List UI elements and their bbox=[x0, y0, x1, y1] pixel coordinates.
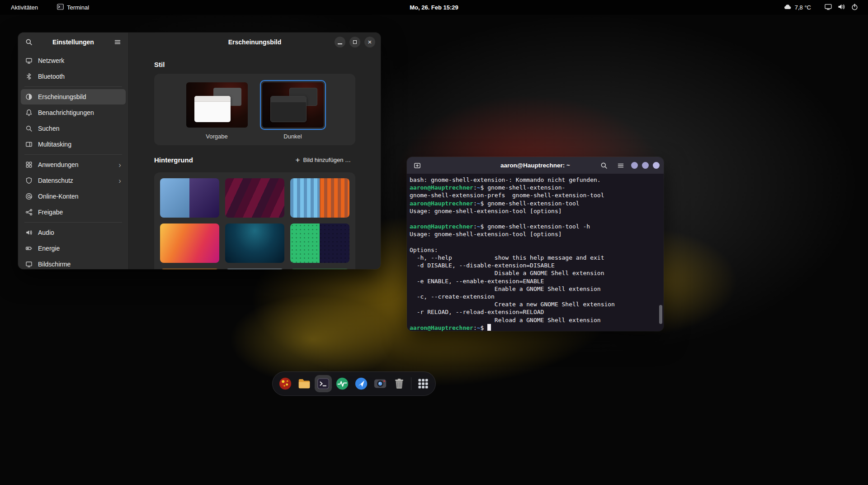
network-icon bbox=[25, 57, 33, 64]
camera-icon bbox=[373, 376, 387, 391]
terminal-window: aaron@Hauptrechner: ~ bash: gnome-shell-… bbox=[407, 157, 664, 331]
terminal-line: Create a new GNOME Shell extension bbox=[410, 300, 661, 308]
sidebar-item-appearance[interactable]: Erscheinungsbild bbox=[21, 89, 126, 105]
sidebar-item-multitasking[interactable]: Multitasking bbox=[21, 137, 126, 152]
wallpaper-thumb-5[interactable] bbox=[225, 223, 284, 263]
weather-indicator[interactable]: 7,8 °C bbox=[780, 2, 815, 13]
wallpaper-grid bbox=[160, 178, 349, 269]
dock-separator bbox=[411, 377, 411, 390]
style-option-vorgabe[interactable]: Vorgabe bbox=[184, 80, 250, 140]
wallpaper-thumb-4[interactable] bbox=[160, 223, 219, 263]
chevron-right-icon: › bbox=[118, 161, 121, 169]
wallpaper-card bbox=[154, 172, 355, 269]
online-icon bbox=[25, 193, 33, 200]
style-section-title: Stil bbox=[154, 61, 355, 68]
system-menu[interactable] bbox=[821, 2, 862, 13]
wallpaper-thumb-6[interactable] bbox=[290, 223, 349, 263]
cloud-icon bbox=[784, 4, 792, 11]
dock-app-files[interactable] bbox=[296, 375, 313, 392]
dock-app-terminal[interactable] bbox=[315, 375, 332, 392]
settings-sidebar: Einstellungen NetzwerkBluetoothErscheinu… bbox=[18, 33, 129, 269]
bluetooth-icon bbox=[25, 73, 33, 80]
dock-app-system-monitor[interactable] bbox=[334, 375, 351, 392]
settings-title: Einstellungen bbox=[37, 38, 109, 46]
clock[interactable]: Mo, 26. Feb 15:29 bbox=[406, 2, 462, 13]
dock-app-software[interactable] bbox=[353, 375, 370, 392]
apps-icon bbox=[25, 161, 33, 168]
terminal-line: -d DISABLE, --disable-extension=DISABLE bbox=[410, 262, 661, 269]
sidebar-item-bell[interactable]: Benachrichtigungen bbox=[21, 105, 126, 120]
terminal-line: -r RELOAD, --reload-extension=RELOAD bbox=[410, 308, 661, 316]
minimize-icon bbox=[338, 43, 342, 44]
terminal-line: Usage: gnome-shell-extension-tool [optio… bbox=[410, 207, 661, 215]
sidebar-item-network[interactable]: Netzwerk bbox=[21, 53, 126, 68]
terminal-close-button[interactable] bbox=[653, 162, 660, 169]
sidebar-separator bbox=[24, 154, 122, 155]
sidebar-item-power[interactable]: Energie bbox=[21, 241, 126, 256]
terminal-line: aaron@Hauptrechner:~$ bbox=[410, 324, 661, 331]
app-grid-icon bbox=[416, 377, 430, 390]
wallpaper-thumb-7[interactable] bbox=[160, 269, 219, 269]
sidebar-separator bbox=[24, 222, 122, 223]
wallpaper-thumb-8[interactable] bbox=[225, 269, 284, 269]
sidebar-item-label: Datenschutz bbox=[38, 177, 73, 184]
wallpaper-thumb-1[interactable] bbox=[160, 178, 219, 218]
sidebar-item-label: Erscheinungsbild bbox=[38, 93, 86, 100]
terminal-output[interactable]: bash: gnome-shell-extension-: Kommando n… bbox=[407, 174, 664, 331]
focused-app-indicator[interactable]: Terminal bbox=[53, 2, 93, 13]
wallpaper-thumb-9[interactable] bbox=[290, 269, 349, 269]
terminal-maximize-button[interactable] bbox=[642, 162, 649, 169]
dock-app-trash[interactable] bbox=[391, 375, 408, 392]
sidebar-item-share[interactable]: Freigabe bbox=[21, 204, 126, 220]
terminal-minimize-button[interactable] bbox=[631, 162, 638, 169]
terminal-search-button[interactable] bbox=[598, 159, 610, 172]
dock-app-camera[interactable] bbox=[372, 375, 389, 392]
terminal-line: Usage: gnome-shell-extension-tool [optio… bbox=[410, 230, 661, 238]
new-tab-button[interactable] bbox=[411, 159, 424, 172]
sidebar-item-bluetooth[interactable]: Bluetooth bbox=[21, 69, 126, 84]
terminal-scrollbar[interactable] bbox=[659, 305, 662, 324]
sidebar-item-label: Multitasking bbox=[38, 141, 71, 148]
sidebar-item-label: Benachrichtigungen bbox=[38, 109, 94, 116]
terminal-headerbar: aaron@Hauptrechner: ~ bbox=[407, 157, 664, 174]
settings-sidebar-header: Einstellungen bbox=[18, 33, 128, 52]
multitasking-icon bbox=[25, 141, 33, 148]
maximize-icon bbox=[353, 40, 357, 44]
primary-menu-button[interactable] bbox=[111, 36, 124, 48]
sidebar-item-label: Online-Konten bbox=[38, 193, 79, 200]
software-icon bbox=[354, 376, 368, 391]
preview-front-window bbox=[194, 96, 231, 122]
sidebar-item-label: Energie bbox=[38, 245, 60, 252]
sidebar-item-apps[interactable]: Anwendungen› bbox=[21, 157, 126, 172]
preview-front-window bbox=[270, 96, 307, 122]
sidebar-item-privacy[interactable]: Datenschutz› bbox=[21, 173, 126, 188]
search-button[interactable] bbox=[23, 36, 35, 48]
style-preview-light bbox=[184, 80, 250, 130]
wallpaper-thumb-3[interactable] bbox=[290, 178, 349, 218]
sidebar-item-audio[interactable]: Audio bbox=[21, 225, 126, 240]
files-icon bbox=[297, 376, 311, 391]
close-button[interactable]: × bbox=[364, 37, 375, 48]
terminal-line: aaron@Hauptrechner:~$ gnome-shell-extens… bbox=[410, 184, 661, 191]
sidebar-item-label: Bluetooth bbox=[38, 73, 65, 80]
sidebar-item-label: Freigabe bbox=[38, 209, 63, 216]
sidebar-item-online[interactable]: Online-Konten bbox=[21, 189, 126, 204]
screen-share-icon bbox=[825, 4, 832, 11]
privacy-icon bbox=[25, 177, 33, 184]
add-background-button[interactable]: + Bild hinzufügen … bbox=[291, 153, 355, 166]
dock-app-games[interactable] bbox=[277, 375, 294, 392]
wallpaper-thumb-2[interactable] bbox=[225, 178, 284, 218]
sidebar-item-displays[interactable]: Bildschirme bbox=[21, 257, 126, 269]
terminal-cursor bbox=[487, 324, 491, 331]
show-apps-button[interactable] bbox=[415, 375, 432, 392]
settings-content: Stil Vorgabe bbox=[129, 52, 381, 269]
minimize-button[interactable] bbox=[335, 37, 345, 48]
terminal-menu-button[interactable] bbox=[614, 159, 627, 172]
search-icon bbox=[25, 125, 33, 132]
maximize-button[interactable] bbox=[349, 37, 360, 48]
power-icon bbox=[25, 245, 33, 252]
style-option-dunkel[interactable]: Dunkel bbox=[260, 80, 326, 140]
activities-button[interactable]: Aktivitäten bbox=[7, 2, 42, 13]
sidebar-item-search[interactable]: Suchen bbox=[21, 121, 126, 136]
terminal-line: bash: gnome-shell-extension-: Kommando n… bbox=[410, 176, 661, 184]
